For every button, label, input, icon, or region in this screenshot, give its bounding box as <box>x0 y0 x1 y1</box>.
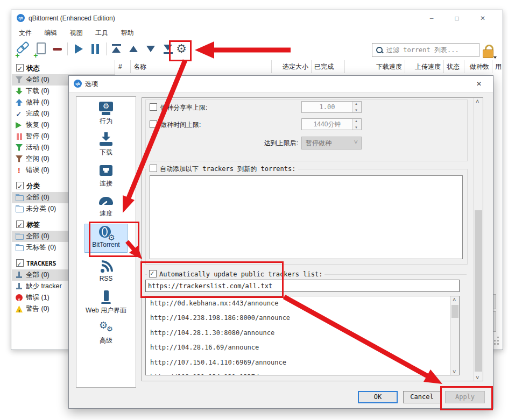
categories-checkbox[interactable] <box>16 182 24 189</box>
column-status[interactable]: 状态 <box>444 60 464 73</box>
speed-icon <box>97 194 115 209</box>
column-upspeed[interactable]: 上传速度 <box>405 60 444 73</box>
resume-button[interactable] <box>70 41 86 56</box>
funnel-icon <box>16 155 23 162</box>
sidebar-item-label: 无标签 (0) <box>26 244 56 251</box>
search-input[interactable] <box>385 44 478 56</box>
ratio-limit-checkbox[interactable] <box>150 103 157 111</box>
public-trackers-list[interactable]: http://0d.kebhana.mx:443/announce http:/… <box>145 296 460 375</box>
sidebar-item-label: 下载 (0) <box>26 87 50 95</box>
trackers-checkbox[interactable] <box>16 259 24 267</box>
spinner-arrows-icon[interactable] <box>352 102 361 112</box>
limit-action-dropdown[interactable]: 暂停做种 <box>301 137 362 150</box>
titlebar: qb qBittorrent (Enhanced Edition) – □ ✕ <box>11 10 503 26</box>
tracker-url: http://104.238.198.186:8000/announce <box>150 314 290 322</box>
column-done[interactable]: 已完成 <box>312 60 345 73</box>
nav-label: 速度 <box>76 209 136 218</box>
lock-dropdown-caret[interactable] <box>493 56 497 59</box>
menu-file[interactable]: 文件 <box>13 26 37 40</box>
torrent-table-header: # 名称 选定大小 已完成 下载速度 上传速度 状态 做种数 用户 <box>116 60 502 74</box>
nav-webui[interactable]: Web 用户界面 <box>76 289 136 318</box>
nav-rss[interactable]: RSS <box>76 258 136 287</box>
sidebar-item-label: 全部 (0) <box>26 271 50 279</box>
ratio-limit-spinner[interactable]: 1.00 <box>301 101 362 113</box>
sidebar-item-label: 错误 (0) <box>26 166 50 174</box>
auto-add-trackers-textarea[interactable] <box>150 175 463 259</box>
sidebar-item-label: 空闲 (0) <box>26 155 50 162</box>
sidebar-item-label: 未分类 (0) <box>26 205 56 212</box>
tracker-url: http://107.150.14.110:6969/announce <box>150 359 286 366</box>
cancel-button[interactable]: Cancel <box>403 391 441 403</box>
move-down-button[interactable] <box>144 41 159 56</box>
pause-button[interactable] <box>88 41 103 56</box>
ok-button[interactable]: OK <box>358 391 398 403</box>
maximize-icon[interactable]: □ <box>449 12 465 24</box>
menu-help[interactable]: 帮助 <box>115 26 139 40</box>
behavior-icon <box>97 101 115 116</box>
advanced-icon <box>97 321 115 336</box>
nav-label: 行为 <box>76 117 136 126</box>
ratio-limit-row: 做种分享率上限: <box>150 103 207 112</box>
menu-edit[interactable]: 编辑 <box>39 26 62 40</box>
status-checkbox[interactable] <box>16 64 24 72</box>
nav-advanced[interactable]: 高级 <box>76 319 136 348</box>
column-name[interactable]: 名称 <box>131 60 272 73</box>
column-seeds[interactable]: 做种数 <box>464 60 492 73</box>
warning-icon <box>16 305 23 312</box>
nav-speed[interactable]: 速度 <box>76 193 136 222</box>
delete-button[interactable] <box>50 41 65 56</box>
tags-checkbox[interactable] <box>16 220 24 228</box>
window-title: qBittorrent (Enhanced Edition) <box>29 10 115 26</box>
folder-icon <box>16 245 24 251</box>
nav-connection[interactable]: 连接 <box>76 162 136 191</box>
rss-icon <box>97 259 115 274</box>
funnel-icon <box>16 76 23 83</box>
auto-add-trackers-row: 自动添加以下 trackers 到新的 torrents: <box>147 165 298 173</box>
sidebar-item-label: 错误 (1) <box>26 294 50 301</box>
downloads-icon <box>97 132 115 147</box>
tracker-url: http://104.28.1.30:8080/announce <box>150 329 274 337</box>
nav-label: RSS <box>76 275 136 282</box>
auto-add-trackers-checkbox[interactable] <box>150 165 157 172</box>
add-torrent-link-button[interactable] <box>16 41 31 56</box>
close-icon[interactable]: ✕ <box>475 12 491 24</box>
sidebar-item-label: 完成 (0) <box>26 110 50 117</box>
menu-tools[interactable]: 工具 <box>90 26 114 40</box>
column-dlspeed[interactable]: 下载速度 <box>345 60 405 73</box>
scrollbar-thumb[interactable] <box>451 305 458 318</box>
column-size[interactable]: 选定大小 <box>272 60 312 73</box>
move-top-button[interactable] <box>109 41 124 56</box>
nav-downloads[interactable]: 下载 <box>76 131 136 160</box>
dialog-titlebar: qb 选项 ✕ <box>69 76 493 92</box>
connection-icon <box>97 163 115 179</box>
time-limit-checkbox[interactable] <box>150 120 157 128</box>
time-limit-spinner[interactable]: 1440分钟 <box>301 118 362 130</box>
nav-behavior[interactable]: 行为 <box>76 100 136 129</box>
sidebar-item-label: 暂停 (0) <box>26 132 50 140</box>
nav-label: 连接 <box>76 179 136 188</box>
sidebar-item-label: 活动 (0) <box>26 144 50 151</box>
time-limit-label: 做种时间上限: <box>160 121 201 129</box>
dropdown-value: 暂停做种 <box>306 137 331 149</box>
sidebar-item-label: 恢复 (0) <box>26 121 50 129</box>
add-torrent-file-button[interactable] <box>33 41 48 56</box>
column-number[interactable]: # <box>116 60 131 73</box>
status-title: 状态 <box>26 65 40 72</box>
dialog-close-icon[interactable]: ✕ <box>471 78 486 90</box>
menu-view[interactable]: 视图 <box>65 26 88 40</box>
move-up-button[interactable] <box>126 41 142 56</box>
minimize-icon[interactable]: – <box>424 12 440 24</box>
column-user[interactable]: 用户 <box>492 60 502 73</box>
tracker-list-scrollbar[interactable] <box>450 296 459 375</box>
spinner-arrows-icon[interactable] <box>352 119 361 130</box>
play-icon <box>16 122 22 129</box>
menubar: 文件 编辑 视图 工具 帮助 <box>11 26 503 39</box>
check-icon <box>16 110 23 117</box>
dialog-app-icon: qb <box>74 80 82 88</box>
scrollbar-thumb[interactable] <box>475 210 482 372</box>
spinner-value: 1440分钟 <box>302 119 352 130</box>
options-page-scrollbar[interactable] <box>474 98 483 381</box>
sidebar-item-label: 缺少 tracker <box>26 282 62 290</box>
lock-icon[interactable] <box>483 45 495 59</box>
tracker-pin-icon <box>16 272 23 279</box>
